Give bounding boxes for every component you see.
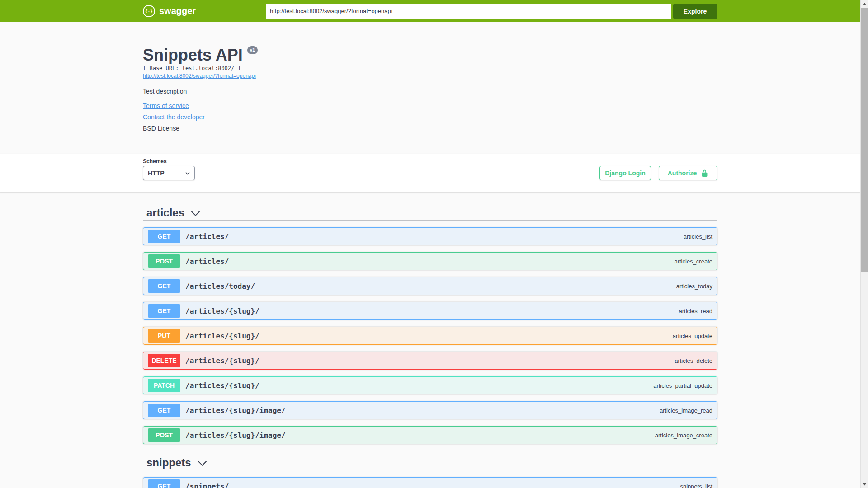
- scheme-selected-value: HTTP: [148, 169, 165, 177]
- operation-row[interactable]: POST/articles/articles_create: [143, 252, 717, 270]
- operation-row[interactable]: GET/articles/{slug}/articles_read: [143, 302, 717, 320]
- terms-of-service-link[interactable]: Terms of service: [143, 102, 189, 109]
- operation-id: articles_list: [684, 233, 712, 240]
- operation-id: articles_delete: [675, 357, 712, 364]
- operation-path: /articles/{slug}/: [185, 307, 259, 315]
- method-badge: GET: [148, 230, 180, 243]
- chevron-down-icon: [198, 460, 207, 466]
- operation-row[interactable]: DELETE/articles/{slug}/articles_delete: [143, 352, 717, 370]
- triangle-down-icon: [863, 483, 867, 486]
- operation-path: /articles/{slug}/: [185, 332, 259, 340]
- api-title-text: Snippets API: [143, 46, 243, 64]
- scrollbar[interactable]: [860, 0, 868, 488]
- authorize-label: Authorize: [668, 169, 697, 177]
- operation-path: /snippets/: [185, 482, 229, 488]
- operation-row[interactable]: GET/articles/today/articles_today: [143, 277, 717, 295]
- unlock-icon: [701, 169, 708, 177]
- version-badge: v1: [247, 46, 258, 54]
- swagger-brand-link[interactable]: {·} swagger: [143, 5, 266, 17]
- triangle-up-icon: [863, 3, 867, 5]
- operation-id: articles_update: [673, 333, 712, 339]
- explore-button[interactable]: Explore: [673, 4, 717, 19]
- operation-path: /articles/{slug}/: [185, 357, 259, 365]
- scroll-up-button[interactable]: [861, 0, 868, 8]
- operation-path: /articles/today/: [185, 282, 255, 291]
- tag-name: articles: [146, 206, 184, 219]
- topbar: {·} swagger Explore: [0, 0, 860, 22]
- swagger-page: {·} swagger Explore Snippets APIv1 [ Bas…: [0, 0, 860, 488]
- tag-header-articles[interactable]: articles: [143, 202, 717, 221]
- chevron-down-icon: [191, 211, 200, 216]
- spec-url-input[interactable]: [266, 4, 671, 19]
- authorize-button[interactable]: Authorize: [659, 166, 717, 180]
- scheme-select[interactable]: HTTP: [143, 166, 195, 180]
- method-badge: GET: [148, 479, 180, 488]
- operation-path: /articles/{slug}/image/: [185, 406, 286, 415]
- contact-developer-link[interactable]: Contact the developer: [143, 113, 205, 121]
- operation-path: /articles/{slug}/: [185, 381, 259, 390]
- method-badge: POST: [148, 428, 180, 442]
- swagger-logo-icon: {·}: [143, 5, 155, 17]
- method-badge: GET: [148, 279, 180, 293]
- operation-id: articles_image_read: [660, 407, 712, 414]
- method-badge: POST: [148, 254, 180, 268]
- base-url: [ Base URL: test.local:8002/ ]: [143, 65, 717, 71]
- tag-section-articles: articlesGET/articles/articles_listPOST/a…: [143, 202, 717, 444]
- scheme-section: Schemes HTTP Django Login Authorize: [0, 154, 860, 192]
- operation-id: articles_image_create: [655, 432, 712, 439]
- chevron-down-icon: [185, 172, 190, 175]
- info-section: Snippets APIv1 [ Base URL: test.local:80…: [0, 22, 860, 154]
- license-label: BSD License: [143, 125, 717, 132]
- operation-row[interactable]: GET/snippets/snippets_list: [143, 477, 717, 488]
- operation-path: /articles/{slug}/image/: [185, 431, 286, 440]
- operation-row[interactable]: GET/articles/articles_list: [143, 227, 717, 245]
- spec-link[interactable]: http://test.local:8002/swagger/?format=o…: [143, 73, 256, 79]
- schemes-label: Schemes: [143, 158, 195, 164]
- operation-id: snippets_list: [680, 483, 712, 488]
- operation-row[interactable]: PUT/articles/{slug}/articles_update: [143, 327, 717, 345]
- method-badge: PATCH: [148, 379, 180, 392]
- method-badge: GET: [148, 304, 180, 318]
- scroll-down-button[interactable]: [861, 480, 868, 488]
- django-login-button[interactable]: Django Login: [599, 166, 651, 180]
- operation-id: articles_partial_update: [653, 382, 712, 389]
- scrollbar-thumb[interactable]: [861, 8, 868, 272]
- operation-id: articles_create: [674, 258, 712, 265]
- schemes-block: Schemes HTTP: [143, 158, 195, 180]
- operation-row[interactable]: PATCH/articles/{slug}/articles_partial_u…: [143, 376, 717, 394]
- api-description: Test description: [143, 88, 717, 95]
- operation-path: /articles/: [185, 232, 229, 241]
- operation-row[interactable]: GET/articles/{slug}/image/articles_image…: [143, 401, 717, 419]
- auth-wrapper: Django Login Authorize: [599, 166, 717, 180]
- operation-path: /articles/: [185, 257, 229, 266]
- method-badge: GET: [148, 404, 180, 417]
- operation-id: articles_read: [679, 308, 712, 314]
- page-title: Snippets APIv1: [143, 45, 717, 65]
- tag-name: snippets: [146, 456, 191, 469]
- method-badge: PUT: [148, 329, 180, 343]
- brand-name: swagger: [159, 6, 196, 16]
- operation-id: articles_today: [676, 283, 712, 290]
- operation-row[interactable]: POST/articles/{slug}/image/articles_imag…: [143, 426, 717, 444]
- auth-divider: [655, 166, 655, 180]
- tag-section-snippets: snippetsGET/snippets/snippets_list: [143, 451, 717, 488]
- topbar-wrapper: {·} swagger Explore: [143, 4, 717, 19]
- tag-header-snippets[interactable]: snippets: [143, 451, 717, 470]
- spec-url-form: Explore: [266, 4, 717, 19]
- operations-container: articlesGET/articles/articles_listPOST/a…: [143, 202, 717, 488]
- method-badge: DELETE: [148, 354, 180, 367]
